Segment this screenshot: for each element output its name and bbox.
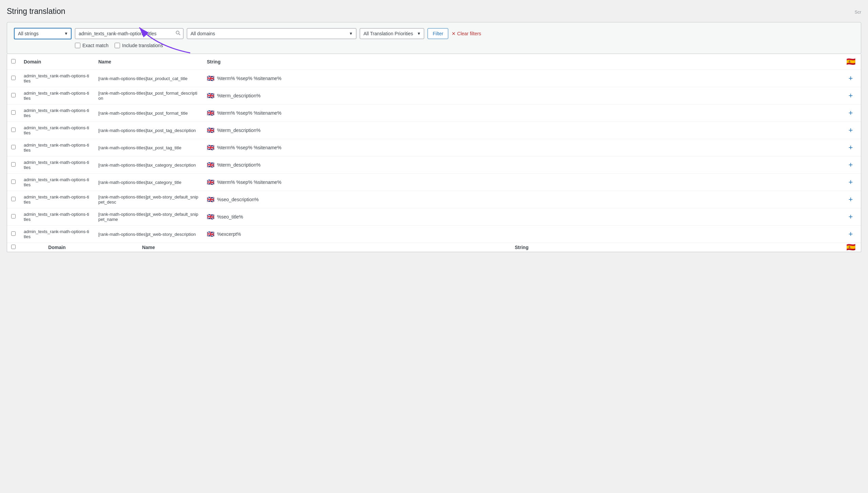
row-domain-0: admin_texts_rank-math-options-titles	[20, 70, 94, 87]
row-checkbox-1[interactable]	[11, 93, 16, 97]
row-action-1: +	[841, 87, 861, 105]
spain-flag-footer-icon: 🇪🇸	[846, 243, 855, 251]
all-strings-select[interactable]: All strings	[14, 28, 72, 39]
row-checkbox-cell	[7, 122, 20, 139]
include-translations-checkbox[interactable]	[115, 43, 120, 48]
svg-point-0	[176, 31, 179, 34]
footer-checkbox-cell	[7, 243, 20, 252]
row-name-9: [rank-math-options-titles]pt_web-story_d…	[94, 226, 203, 243]
uk-flag-icon-0: 🇬🇧	[207, 75, 214, 82]
row-domain-4: admin_texts_rank-math-options-titles	[20, 139, 94, 156]
uk-flag-icon-9: 🇬🇧	[207, 230, 214, 238]
footer-string: String	[203, 243, 841, 252]
row-domain-8: admin_texts_rank-math-options-titles	[20, 208, 94, 226]
row-domain-2: admin_texts_rank-math-options-titles	[20, 105, 94, 122]
translation-priorities-wrap: All Translation Priorities ▼	[360, 28, 424, 39]
row-action-8: +	[841, 208, 861, 226]
table-row: admin_texts_rank-math-options-titles [ra…	[7, 122, 861, 139]
uk-flag-icon-4: 🇬🇧	[207, 144, 214, 151]
include-translations-label[interactable]: Include translations	[115, 43, 163, 48]
row-checkbox-3[interactable]	[11, 128, 16, 132]
row-checkbox-4[interactable]	[11, 145, 16, 149]
table-footer-row: Domain Name String 🇪🇸	[7, 243, 861, 252]
row-domain-7: admin_texts_rank-math-options-titles	[20, 191, 94, 208]
table-row: admin_texts_rank-math-options-titles [ra…	[7, 226, 861, 243]
add-translation-button-1[interactable]: +	[847, 92, 854, 99]
row-string-4: 🇬🇧 %term% %sep% %sitename%	[203, 139, 841, 156]
footer-domain: Domain	[20, 243, 94, 252]
filter-box: All strings ▼ All domains ▼	[7, 22, 861, 54]
add-translation-button-4[interactable]: +	[847, 144, 854, 151]
row-checkbox-cell	[7, 105, 20, 122]
translation-priorities-button[interactable]: All Translation Priorities	[360, 28, 424, 39]
row-domain-9: admin_texts_rank-math-options-titles	[20, 226, 94, 243]
row-checkbox-cell	[7, 174, 20, 191]
add-translation-button-2[interactable]: +	[847, 109, 854, 117]
row-name-8: [rank-math-options-titles]pt_web-story_d…	[94, 208, 203, 226]
row-string-text-8: %seo_title%	[217, 214, 243, 220]
row-domain-6: admin_texts_rank-math-options-titles	[20, 174, 94, 191]
footer-name: Name	[94, 243, 203, 252]
filter-row-2: Exact match Include translations	[14, 43, 854, 48]
header-domain: Domain	[20, 54, 94, 70]
all-domains-select[interactable]: All domains	[187, 28, 356, 39]
table-header-row: Domain Name String 🇪🇸	[7, 54, 861, 70]
row-string-5: 🇬🇧 %term_description%	[203, 156, 841, 174]
row-domain-1: admin_texts_rank-math-options-titles	[20, 87, 94, 105]
row-checkbox-cell	[7, 70, 20, 87]
page-title: String translation	[7, 7, 861, 16]
row-action-9: +	[841, 226, 861, 243]
string-table: Domain Name String 🇪🇸 admin_texts_rank-m…	[7, 54, 861, 252]
row-string-text-6: %term% %sep% %sitename%	[217, 179, 281, 185]
row-checkbox-2[interactable]	[11, 110, 16, 115]
search-icon	[175, 30, 181, 36]
table-row: admin_texts_rank-math-options-titles [ra…	[7, 208, 861, 226]
exact-match-checkbox[interactable]	[75, 43, 80, 48]
row-name-7: [rank-math-options-titles]pt_web-story_d…	[94, 191, 203, 208]
row-checkbox-0[interactable]	[11, 76, 16, 80]
add-translation-button-6[interactable]: +	[847, 178, 854, 186]
exact-match-label[interactable]: Exact match	[75, 43, 108, 48]
row-checkbox-6[interactable]	[11, 179, 16, 184]
row-checkbox-cell	[7, 156, 20, 174]
add-translation-button-3[interactable]: +	[847, 127, 854, 134]
clear-filters-button[interactable]: ✕ Clear filters	[452, 31, 481, 36]
row-action-3: +	[841, 122, 861, 139]
row-checkbox-8[interactable]	[11, 214, 16, 219]
row-checkbox-5[interactable]	[11, 162, 16, 167]
translation-priorities-label: All Translation Priorities	[363, 31, 413, 36]
row-domain-3: admin_texts_rank-math-options-titles	[20, 122, 94, 139]
row-action-0: +	[841, 70, 861, 87]
uk-flag-icon-6: 🇬🇧	[207, 178, 214, 186]
filter-button[interactable]: Filter	[428, 28, 448, 39]
row-action-6: +	[841, 174, 861, 191]
search-input[interactable]	[75, 28, 183, 39]
clear-filters-x-icon: ✕	[452, 31, 457, 36]
add-translation-button-9[interactable]: +	[847, 230, 854, 238]
row-checkbox-7[interactable]	[11, 197, 16, 201]
row-domain-5: admin_texts_rank-math-options-titles	[20, 156, 94, 174]
select-all-checkbox[interactable]	[11, 59, 16, 63]
header-flag-es: 🇪🇸	[841, 54, 861, 70]
add-translation-button-7[interactable]: +	[847, 196, 854, 203]
table-row: admin_texts_rank-math-options-titles [ra…	[7, 156, 861, 174]
select-all-footer-checkbox[interactable]	[11, 245, 16, 249]
add-translation-button-0[interactable]: +	[847, 75, 854, 82]
row-string-text-1: %term_description%	[217, 93, 260, 98]
add-translation-button-5[interactable]: +	[847, 161, 854, 169]
annotation-arrow	[129, 22, 204, 56]
search-wrap	[75, 28, 183, 39]
row-string-3: 🇬🇧 %term_description%	[203, 122, 841, 139]
search-icon-button[interactable]	[175, 30, 181, 37]
row-checkbox-9[interactable]	[11, 231, 16, 236]
row-string-8: 🇬🇧 %seo_title%	[203, 208, 841, 226]
row-checkbox-cell	[7, 191, 20, 208]
table-row: admin_texts_rank-math-options-titles [ra…	[7, 70, 861, 87]
row-string-2: 🇬🇧 %term% %sep% %sitename%	[203, 105, 841, 122]
row-string-text-3: %term_description%	[217, 128, 260, 133]
add-translation-button-8[interactable]: +	[847, 213, 854, 221]
exact-match-text: Exact match	[82, 43, 108, 48]
footer-flag-es: 🇪🇸	[841, 243, 861, 252]
clear-filters-label: Clear filters	[457, 31, 481, 36]
uk-flag-icon-8: 🇬🇧	[207, 213, 214, 221]
